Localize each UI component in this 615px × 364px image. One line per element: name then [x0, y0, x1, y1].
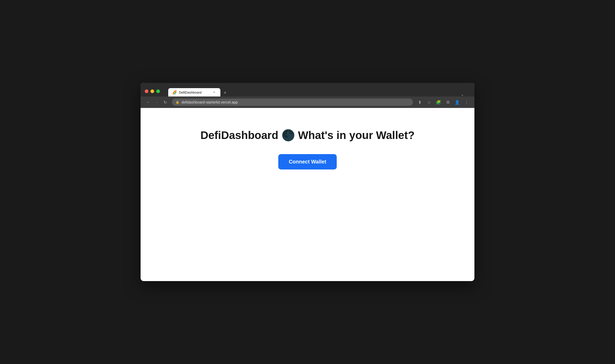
profile-button[interactable]: 👤	[454, 99, 461, 106]
address-bar: ← → ↻ 🔒 defidashboard-starterkit.vercel.…	[141, 96, 474, 108]
connect-wallet-button[interactable]: Connect Wallet	[278, 154, 337, 169]
tab-close-button[interactable]: ×	[212, 90, 216, 94]
split-view-button[interactable]: ⧉	[444, 99, 451, 106]
browser-window: 🌈 DefiDashboard × + ⌄ ← → ↻ 🔒 defidashbo…	[141, 83, 474, 281]
bookmark-button[interactable]: ☆	[425, 99, 433, 106]
new-tab-button[interactable]: +	[221, 89, 229, 96]
lock-icon: 🔒	[176, 100, 179, 104]
url-text: defidashboard-starterkit.vercel.app	[182, 100, 409, 104]
tab-bar: 🌈 DefiDashboard × + ⌄	[164, 88, 470, 96]
browser-chrome: 🌈 DefiDashboard × + ⌄ ← → ↻ 🔒 defidashbo…	[141, 83, 474, 108]
forward-button[interactable]: →	[153, 99, 160, 106]
back-button[interactable]: ←	[145, 99, 152, 106]
url-bar[interactable]: 🔒 defidashboard-starterkit.vercel.app	[172, 99, 413, 106]
page-content: DefiDashboard 🌑 What's in your Wallet? C…	[141, 108, 474, 275]
browser-actions: ⬆ ☆ 🧩 ⧉ 👤 ⋮	[416, 99, 470, 106]
share-button[interactable]: ⬆	[416, 99, 423, 106]
tab-expand-button[interactable]: ⌄	[459, 92, 466, 96]
reload-button[interactable]: ↻	[161, 99, 169, 106]
maximize-window-button[interactable]	[156, 89, 160, 93]
tab-favicon-icon: 🌈	[172, 90, 177, 94]
close-window-button[interactable]	[145, 89, 148, 93]
tab-title: DefiDashboard	[179, 90, 210, 94]
traffic-lights	[145, 89, 160, 93]
title-bar: 🌈 DefiDashboard × + ⌄	[141, 83, 474, 96]
nav-buttons: ← → ↻	[145, 99, 169, 106]
active-tab[interactable]: 🌈 DefiDashboard ×	[168, 88, 220, 96]
menu-button[interactable]: ⋮	[463, 99, 470, 106]
extensions-button[interactable]: 🧩	[435, 99, 442, 106]
minimize-window-button[interactable]	[150, 89, 154, 93]
page-heading: DefiDashboard 🌑 What's in your Wallet?	[200, 129, 414, 142]
